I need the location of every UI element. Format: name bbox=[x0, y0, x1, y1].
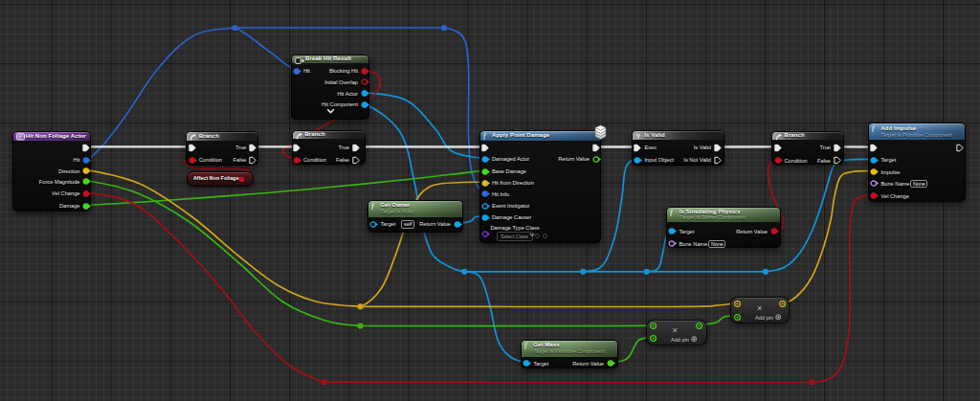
pin-ring[interactable] bbox=[777, 299, 788, 309]
pin-hit-from-direction[interactable] bbox=[480, 178, 492, 189]
pin-bone-name[interactable] bbox=[667, 238, 679, 249]
pin-target[interactable] bbox=[368, 219, 380, 230]
pin-target[interactable] bbox=[869, 155, 880, 166]
pin-label: True bbox=[820, 143, 831, 152]
pin-target[interactable] bbox=[522, 358, 533, 368]
add-pin-icon[interactable] bbox=[691, 336, 698, 342]
node-branch-1[interactable]: Branch Condition True False bbox=[186, 131, 258, 166]
pin-vel-change[interactable] bbox=[869, 190, 880, 201]
pin-true[interactable] bbox=[351, 143, 362, 153]
node-apply-point-damage[interactable]: fApply Point Damage Damaged Actor Base D… bbox=[479, 130, 602, 243]
pin-label: Target bbox=[679, 227, 694, 236]
pin-ring[interactable] bbox=[732, 299, 743, 309]
pin-damaged-actor[interactable] bbox=[480, 154, 492, 165]
pin-impulse[interactable] bbox=[869, 167, 880, 177]
pin-is-not-valid[interactable] bbox=[713, 155, 724, 166]
pin-vel-change[interactable] bbox=[81, 189, 93, 199]
blueprint-graph-canvas[interactable]: Hit Non Foliage Actor Hit Direction Forc… bbox=[0, 0, 980, 401]
pin-exec[interactable] bbox=[591, 143, 602, 153]
use-selected-icon[interactable] bbox=[535, 234, 540, 238]
node-multiply-2[interactable]: ✕Add pin bbox=[730, 297, 790, 323]
node-branch-3[interactable]: Branch Condition True False bbox=[771, 131, 844, 165]
pin-label: Hit Component bbox=[322, 100, 358, 109]
pin-damage-causer[interactable] bbox=[480, 212, 492, 223]
value-box-self[interactable]: self bbox=[401, 220, 413, 229]
pin-exec[interactable] bbox=[480, 143, 491, 153]
pin-label: Hit bbox=[74, 155, 80, 165]
pin-return-value[interactable] bbox=[769, 226, 781, 236]
pin-return-value[interactable] bbox=[606, 358, 617, 368]
pin-event-instigator[interactable] bbox=[480, 201, 492, 212]
pin-true[interactable] bbox=[248, 143, 258, 153]
pin-dot[interactable] bbox=[236, 174, 248, 185]
node-get-mass[interactable]: fGet MassTarget is Primitive Component T… bbox=[521, 340, 618, 368]
pin-base-damage[interactable] bbox=[480, 167, 492, 177]
pin-damage[interactable] bbox=[81, 201, 93, 212]
add-pin-icon[interactable] bbox=[775, 314, 782, 320]
pin-label: True bbox=[235, 143, 246, 152]
svg-text:f: f bbox=[524, 342, 528, 349]
node-header[interactable] bbox=[187, 132, 257, 141]
pin-ring[interactable] bbox=[648, 333, 658, 344]
node-multiply-1[interactable]: ✕Add pin bbox=[646, 320, 708, 345]
pin-ring[interactable] bbox=[694, 321, 704, 331]
pin-condition[interactable] bbox=[188, 155, 199, 166]
pin-exec[interactable] bbox=[869, 143, 880, 153]
f-icon: f bbox=[483, 132, 490, 140]
pin-hit[interactable] bbox=[81, 155, 93, 166]
svg-text:?: ? bbox=[635, 132, 640, 140]
node-header[interactable] bbox=[772, 132, 843, 141]
pin-ring[interactable] bbox=[732, 312, 743, 323]
pin-condition[interactable] bbox=[292, 155, 303, 166]
pin-exec[interactable] bbox=[292, 143, 302, 153]
value-box-none[interactable]: None bbox=[708, 240, 725, 249]
pin-target[interactable] bbox=[667, 226, 679, 236]
f-icon: f bbox=[371, 202, 378, 210]
pin-is-valid[interactable] bbox=[713, 143, 724, 153]
svg-text:f: f bbox=[872, 124, 876, 132]
value-box-none[interactable]: None bbox=[910, 180, 927, 189]
node-break-hit-result[interactable]: Break Hit Result Hit Blocking Hit Initia… bbox=[291, 55, 370, 120]
select-class-dropdown[interactable]: Select Class bbox=[497, 232, 533, 241]
browse-icon[interactable] bbox=[543, 234, 547, 238]
pin-exec[interactable] bbox=[773, 143, 784, 153]
pin-exec[interactable] bbox=[955, 143, 966, 153]
pin-exec[interactable] bbox=[188, 143, 198, 153]
node-title: Get Mass bbox=[533, 342, 559, 347]
pin-label: False bbox=[234, 155, 247, 165]
node-add-impulse[interactable]: fAdd ImpulseTarget is Primitive Componen… bbox=[868, 123, 966, 202]
pin-direction[interactable] bbox=[81, 166, 93, 176]
pin-label: Bone Name bbox=[679, 239, 707, 249]
node-branch-2[interactable]: Branch Condition True False bbox=[292, 130, 366, 165]
pin-initial-overlap[interactable] bbox=[360, 77, 371, 87]
pin-label: Hit Info bbox=[492, 189, 509, 199]
pin-false[interactable] bbox=[351, 155, 362, 166]
pin-label: Target bbox=[380, 219, 395, 229]
pin-blocking-hit[interactable] bbox=[360, 66, 371, 77]
pin-hit[interactable] bbox=[292, 66, 303, 77]
pin-input-object[interactable] bbox=[633, 155, 644, 166]
node-affect-non-foliage[interactable]: Affect Non Foliage bbox=[187, 171, 254, 187]
pin-label: Condition bbox=[785, 156, 808, 166]
pin-false[interactable] bbox=[248, 155, 258, 166]
pin-condition[interactable] bbox=[773, 155, 785, 166]
pin-exec[interactable] bbox=[81, 143, 92, 153]
pin-false[interactable] bbox=[833, 155, 843, 166]
pin-hit-info[interactable] bbox=[480, 189, 492, 199]
dropdown-label: Select Class bbox=[501, 234, 528, 239]
pin-data[interactable] bbox=[480, 229, 492, 239]
pin-return-value[interactable] bbox=[453, 219, 464, 230]
node-hit-non-foliage-actor[interactable]: Hit Non Foliage Actor Hit Direction Forc… bbox=[12, 131, 91, 212]
pin-hit-actor[interactable] bbox=[360, 88, 371, 99]
pin-exec[interactable] bbox=[633, 143, 643, 153]
pin-hit-component[interactable] bbox=[360, 100, 371, 110]
pin-return-value[interactable] bbox=[591, 154, 603, 165]
node-is-simulating-physics[interactable]: fIs Simulating PhysicsTarget is Scene Co… bbox=[666, 207, 781, 248]
pin-true[interactable] bbox=[833, 143, 843, 153]
pin-bone-name[interactable] bbox=[869, 178, 880, 189]
pin-label: Condition bbox=[199, 155, 222, 165]
node-get-owner[interactable]: fGet OwnerTarget is Actor Targetself Ret… bbox=[368, 200, 463, 233]
pin-ring[interactable] bbox=[648, 321, 658, 331]
pin-force-magnitude[interactable] bbox=[81, 176, 93, 187]
node-is-valid[interactable]: ?Is Valid Exec Input Object Is Valid Is … bbox=[632, 130, 724, 166]
